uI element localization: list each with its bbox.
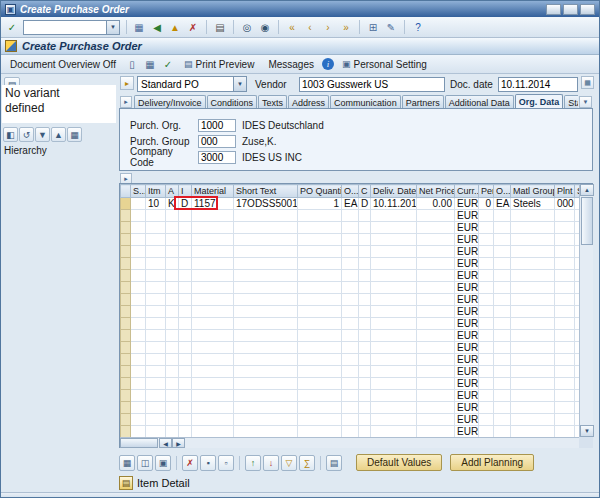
- row-selector[interactable]: [121, 306, 131, 318]
- cell-deliv-date[interactable]: [371, 282, 417, 294]
- messages-button[interactable]: Messages: [262, 56, 320, 72]
- cell-qty[interactable]: [298, 258, 342, 270]
- cell-s[interactable]: [131, 330, 146, 342]
- column-header[interactable]: Plnt: [555, 185, 575, 198]
- cell-qty[interactable]: [298, 366, 342, 378]
- cell-deliv-date[interactable]: [371, 318, 417, 330]
- cell-short-text[interactable]: [234, 366, 298, 378]
- row-selector[interactable]: [121, 246, 131, 258]
- cell-matl-group[interactable]: [511, 366, 555, 378]
- cell-deliv-date[interactable]: [371, 426, 417, 438]
- cell-net-price[interactable]: [417, 234, 455, 246]
- cell-short-text[interactable]: 17ODSS5001C-184M - te...: [234, 198, 298, 210]
- cell-per[interactable]: [479, 270, 494, 282]
- cell-c[interactable]: [359, 258, 371, 270]
- cell-order-unit[interactable]: [494, 222, 511, 234]
- cell-i[interactable]: [179, 282, 192, 294]
- cell-unit[interactable]: [342, 426, 359, 438]
- cell-matl-group[interactable]: [511, 330, 555, 342]
- document-overview-off-button[interactable]: Document Overview Off: [4, 56, 122, 72]
- cell-per[interactable]: [479, 246, 494, 258]
- cell-net-price[interactable]: [417, 222, 455, 234]
- cell-material[interactable]: [192, 294, 234, 306]
- cell-i[interactable]: D: [179, 198, 192, 210]
- tab-conditions[interactable]: Conditions: [207, 95, 258, 109]
- cell-s[interactable]: [131, 414, 146, 426]
- cell-per[interactable]: [479, 378, 494, 390]
- cell-s[interactable]: [131, 222, 146, 234]
- cell-itm[interactable]: [146, 222, 166, 234]
- cell-plnt[interactable]: [555, 342, 575, 354]
- cell-deliv-date[interactable]: [371, 366, 417, 378]
- cell-c[interactable]: [359, 378, 371, 390]
- cell-curr[interactable]: EUR: [455, 390, 479, 402]
- row-selector[interactable]: [121, 426, 131, 438]
- cell-curr[interactable]: EUR: [455, 246, 479, 258]
- cell-net-price[interactable]: [417, 342, 455, 354]
- cell-i[interactable]: [179, 270, 192, 282]
- cell-curr[interactable]: EUR: [455, 258, 479, 270]
- cell-matl-group[interactable]: [511, 342, 555, 354]
- cell-net-price[interactable]: [417, 282, 455, 294]
- cell-deliv-date[interactable]: 10.11.2014: [371, 198, 417, 210]
- layout-icon[interactable]: ▤: [326, 455, 342, 471]
- cell-qty[interactable]: [298, 234, 342, 246]
- row-selector[interactable]: [121, 414, 131, 426]
- tab-additional-data[interactable]: Additional Data: [445, 95, 514, 109]
- cell-material[interactable]: [192, 234, 234, 246]
- cell-unit[interactable]: [342, 330, 359, 342]
- vendor-input[interactable]: [299, 77, 445, 92]
- cell-plnt[interactable]: [555, 234, 575, 246]
- cell-per[interactable]: [479, 426, 494, 438]
- cell-a[interactable]: [166, 330, 179, 342]
- cell-a[interactable]: [166, 306, 179, 318]
- column-header[interactable]: Short Text: [234, 185, 298, 198]
- cell-per[interactable]: [479, 402, 494, 414]
- exit-icon[interactable]: ▲: [167, 19, 183, 35]
- doc-date-input[interactable]: [498, 77, 578, 92]
- cell-plnt[interactable]: [555, 306, 575, 318]
- cell-short-text[interactable]: [234, 282, 298, 294]
- cell-order-unit[interactable]: [494, 378, 511, 390]
- cell-material[interactable]: [192, 378, 234, 390]
- cell-deliv-date[interactable]: [371, 222, 417, 234]
- layout-icon[interactable]: ▦: [67, 127, 82, 142]
- cell-qty[interactable]: [298, 390, 342, 402]
- cell-c[interactable]: [359, 390, 371, 402]
- cell-curr[interactable]: EUR: [455, 354, 479, 366]
- paste-item-icon[interactable]: ▣: [155, 455, 171, 471]
- cell-qty[interactable]: [298, 342, 342, 354]
- cell-per[interactable]: [479, 294, 494, 306]
- cell-i[interactable]: [179, 234, 192, 246]
- cell-itm[interactable]: [146, 366, 166, 378]
- create-shortcut-icon[interactable]: ✎: [383, 19, 399, 35]
- cell-itm[interactable]: [146, 246, 166, 258]
- cell-c[interactable]: [359, 330, 371, 342]
- cell-c[interactable]: [359, 270, 371, 282]
- cell-curr[interactable]: EUR: [455, 294, 479, 306]
- print-preview-button[interactable]: ▤Print Preview: [178, 56, 260, 72]
- cell-per[interactable]: 0: [479, 198, 494, 210]
- cell-unit[interactable]: [342, 366, 359, 378]
- horizontal-scrollbar[interactable]: ◀ ▶: [120, 437, 579, 448]
- row-selector[interactable]: [121, 294, 131, 306]
- cell-a[interactable]: [166, 342, 179, 354]
- cell-unit[interactable]: [342, 246, 359, 258]
- cell-plnt[interactable]: [555, 294, 575, 306]
- cell-s[interactable]: [131, 354, 146, 366]
- cell-c[interactable]: [359, 318, 371, 330]
- cell-matl-group[interactable]: [511, 222, 555, 234]
- cell-material[interactable]: [192, 210, 234, 222]
- cell-per[interactable]: [479, 210, 494, 222]
- cell-curr[interactable]: EUR: [455, 366, 479, 378]
- find-next-icon[interactable]: ◉: [257, 19, 273, 35]
- cell-plnt[interactable]: [555, 270, 575, 282]
- cell-per[interactable]: [479, 366, 494, 378]
- cell-qty[interactable]: [298, 402, 342, 414]
- cell-i[interactable]: [179, 354, 192, 366]
- sort-descending-icon[interactable]: ↓: [263, 455, 279, 471]
- cell-short-text[interactable]: [234, 294, 298, 306]
- cell-i[interactable]: [179, 246, 192, 258]
- row-selector[interactable]: [121, 318, 131, 330]
- cell-material[interactable]: [192, 222, 234, 234]
